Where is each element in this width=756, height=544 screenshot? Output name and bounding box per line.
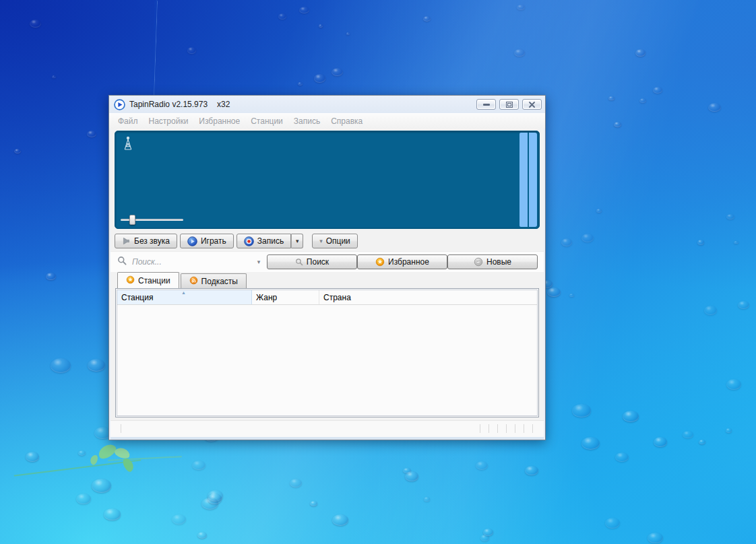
water-droplet: [517, 5, 525, 10]
tab-stations[interactable]: Станции: [117, 272, 179, 288]
play-button[interactable]: Играть: [180, 234, 234, 248]
water-droplet: [346, 32, 350, 35]
water-droplet: [52, 75, 57, 79]
water-droplet: [615, 452, 629, 462]
water-droplet: [726, 214, 734, 219]
stations-table: Станция ▲ Жанр Страна: [115, 288, 539, 417]
close-button[interactable]: [522, 99, 542, 110]
search-toolbar: ▾ Поиск: [111, 251, 544, 272]
water-droplet: [653, 87, 662, 94]
play-label: Играть: [201, 236, 226, 246]
options-chevron-icon: ▾: [319, 238, 323, 244]
menu-favorites[interactable]: Избранное: [193, 116, 245, 126]
water-droplet: [332, 514, 348, 526]
column-country-label: Страна: [323, 293, 351, 302]
maximize-button[interactable]: [499, 99, 519, 110]
water-droplet: [605, 518, 619, 528]
tabs-bar: Станции Подкасты: [111, 272, 544, 288]
record-icon: [244, 236, 254, 246]
water-droplet: [405, 471, 418, 481]
water-droplet: [172, 514, 186, 524]
search-dropdown-icon[interactable]: ▾: [253, 259, 264, 265]
water-droplet: [476, 461, 488, 470]
water-droplet: [30, 20, 40, 28]
volume-slider[interactable]: [121, 215, 183, 225]
player-display: [115, 131, 540, 229]
close-icon: [529, 102, 535, 108]
level-meters: [519, 133, 537, 227]
menu-stations[interactable]: Станции: [245, 116, 288, 126]
table-header: Станция ▲ Жанр Страна: [117, 290, 537, 305]
water-droplet: [290, 479, 302, 487]
water-droplet: [14, 149, 21, 154]
new-stations-button[interactable]: Новые: [447, 254, 538, 269]
water-droplet: [561, 238, 573, 246]
column-header-station[interactable]: Станция ▲: [117, 290, 252, 304]
app-icon: [114, 99, 125, 110]
record-dropdown-button[interactable]: ▾: [291, 234, 303, 248]
water-droplet: [648, 533, 663, 544]
tab-podcasts-label: Подкасты: [201, 277, 238, 286]
column-header-genre[interactable]: Жанр: [252, 290, 319, 304]
window-controls: [476, 99, 542, 110]
water-droplet: [423, 16, 431, 22]
favorites-button[interactable]: Избранное: [357, 254, 447, 269]
sort-ascending-icon: ▲: [181, 290, 186, 295]
client-area: Без звука Играть: [111, 129, 544, 440]
water-droplet: [614, 122, 621, 127]
search-input[interactable]: [131, 257, 249, 267]
menu-help[interactable]: Справка: [325, 116, 368, 126]
water-droplet: [704, 306, 717, 315]
tab-podcasts[interactable]: Подкасты: [181, 273, 247, 288]
volume-slider-thumb[interactable]: [129, 215, 135, 225]
favorites-button-label: Избранное: [388, 257, 429, 267]
column-station-label: Станция: [121, 293, 153, 302]
water-droplet: [514, 49, 525, 57]
statusbar-divider: [480, 424, 480, 433]
status-bar: [111, 420, 544, 437]
water-droplet: [734, 241, 738, 244]
level-meter-left: [519, 133, 528, 227]
column-header-country[interactable]: Страна: [319, 290, 537, 304]
water-droplet: [654, 437, 667, 446]
water-droplet: [623, 411, 638, 422]
water-droplet: [726, 428, 732, 433]
water-droplet: [299, 7, 309, 14]
water-droplet: [699, 440, 705, 444]
menu-settings[interactable]: Настройки: [144, 116, 194, 126]
plant-sprig: [13, 438, 162, 491]
water-droplet: [332, 68, 343, 76]
water-droplet: [581, 437, 600, 450]
antenna-icon: [121, 135, 135, 151]
level-meter-right: [529, 133, 537, 227]
statusbar-divider: [489, 424, 489, 433]
options-label: Опции: [326, 236, 350, 246]
stations-tab-star-icon: [126, 275, 135, 286]
menu-file[interactable]: Файл: [113, 116, 144, 126]
water-droplet: [46, 273, 56, 280]
statusbar-divider: [497, 424, 498, 433]
mute-button[interactable]: Без звука: [115, 234, 177, 248]
radio-icon: [474, 257, 483, 267]
water-droplet: [569, 294, 573, 297]
chevron-down-icon: ▾: [296, 238, 299, 244]
titlebar[interactable]: TapinRadio v2.15.973 x32: [109, 96, 545, 113]
record-button[interactable]: Запись: [237, 234, 291, 248]
water-droplet: [87, 131, 96, 137]
search-button[interactable]: Поиск: [267, 254, 357, 269]
menu-record[interactable]: Запись: [288, 116, 325, 126]
water-droplet: [738, 301, 749, 310]
water-droplet: [197, 532, 208, 539]
water-droplet: [208, 494, 222, 504]
water-droplet: [51, 358, 71, 373]
water-droplet: [683, 431, 693, 438]
search-button-icon: [295, 258, 303, 266]
play-icon: [187, 236, 197, 246]
statusbar-divider: [532, 424, 533, 433]
window-title: TapinRadio v2.15.973: [129, 100, 208, 109]
water-droplet: [314, 74, 325, 82]
options-button[interactable]: ▾ Опции: [312, 234, 358, 248]
minimize-button[interactable]: [476, 99, 496, 110]
water-droplet: [192, 461, 206, 470]
stations-list-empty: [117, 305, 537, 415]
